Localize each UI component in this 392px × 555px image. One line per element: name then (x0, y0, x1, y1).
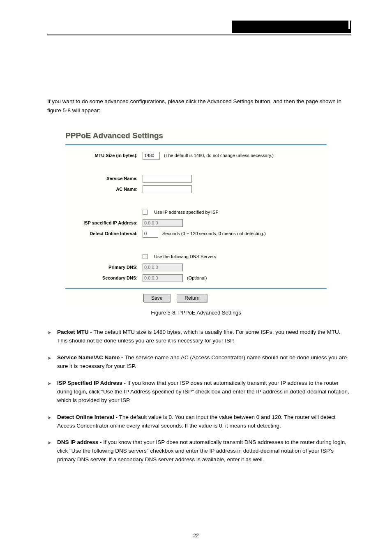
detect-input[interactable] (143, 230, 158, 238)
figure-title: PPPoE Advanced Settings (65, 128, 327, 144)
header-black-box: 54M Wireless Router User Guide (232, 21, 351, 33)
list-item: ➤ Detect Online Interval - The default v… (47, 413, 351, 430)
section-isp-ip: Use IP address specified by ISP ISP spec… (65, 199, 327, 244)
section-dns: Use the following DNS Servers Primary DN… (65, 244, 327, 288)
bullet-icon: ➤ (47, 438, 57, 464)
term: DNS IP address - (57, 439, 103, 445)
list-item: ➤ ISP Specified IP Address - If you know… (47, 379, 351, 405)
detect-label: Detect Online Interval: (69, 231, 143, 236)
use-dns-checkbox[interactable] (143, 254, 148, 259)
primary-dns-label: Primary DNS: (69, 265, 143, 270)
bullet-icon: ➤ (47, 354, 57, 371)
intro-text: If you want to do some advanced configur… (47, 98, 341, 113)
desc-text: The default MTU size is 1480 bytes, whic… (57, 329, 341, 344)
list-item: ➤ DNS IP address - If you know that your… (47, 438, 351, 464)
term: Packet MTU - (57, 329, 94, 335)
term: Service Name/AC Name - (57, 354, 125, 361)
ac-name-input[interactable] (143, 185, 192, 193)
mtu-label: MTU Size (in bytes): (69, 153, 143, 158)
bullet-icon: ➤ (47, 413, 57, 430)
term: Detect Online Interval - (57, 414, 119, 420)
figure-pppoe-advanced: PPPoE Advanced Settings MTU Size (in byt… (65, 128, 327, 304)
bullet-icon: ➤ (47, 379, 57, 405)
isp-ip-label: ISP specified IP Address: (69, 220, 143, 225)
service-name-label: Service Name: (69, 176, 143, 181)
ac-name-label: AC Name: (69, 187, 143, 192)
secondary-dns-note: (Optional) (187, 275, 207, 280)
section-names: Service Name: AC Name: (65, 166, 327, 199)
use-isp-ip-label: Use IP address specified by ISP (154, 210, 219, 215)
secondary-dns-label: Secondary DNS: (69, 275, 143, 280)
save-button[interactable]: Save (143, 294, 170, 302)
mtu-input[interactable] (143, 152, 160, 160)
description-list: ➤ Packet MTU - The default MTU size is 1… (47, 328, 351, 464)
use-isp-ip-checkbox[interactable] (143, 210, 148, 215)
header-bar-icon (348, 19, 350, 29)
isp-ip-input[interactable] (143, 219, 183, 227)
primary-dns-input[interactable] (143, 264, 183, 271)
page-number: 22 (0, 533, 392, 539)
list-item: ➤ Packet MTU - The default MTU size is 1… (47, 328, 351, 345)
button-row: Save Return (65, 289, 327, 304)
section-mtu: MTU Size (in bytes): (The default is 148… (65, 145, 327, 166)
service-name-input[interactable] (143, 175, 192, 183)
page-header: 54M Wireless Router User Guide (47, 23, 351, 35)
figure-caption: Figure 5-8: PPPoE Advanced Settings (0, 310, 392, 316)
intro-paragraph: If you want to do some advanced configur… (47, 97, 351, 115)
return-button[interactable]: Return (177, 294, 207, 302)
use-dns-label: Use the following DNS Servers (154, 254, 216, 259)
term: ISP Specified IP Address - (57, 380, 127, 386)
secondary-dns-input[interactable] (143, 274, 183, 282)
mtu-note: (The default is 1480, do not change unle… (164, 153, 274, 158)
detect-note: Seconds (0 ~ 120 seconds, 0 means not de… (162, 231, 266, 236)
list-item: ➤ Service Name/AC Name - The service nam… (47, 354, 351, 371)
bullet-icon: ➤ (47, 328, 57, 345)
